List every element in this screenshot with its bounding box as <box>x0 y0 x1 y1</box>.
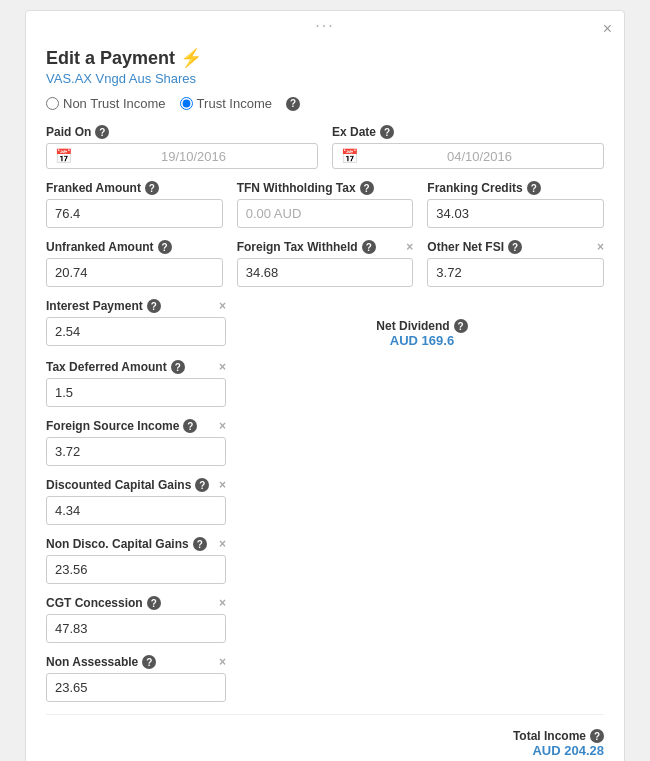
interest-payment-clear[interactable]: × <box>219 299 226 313</box>
tfn-withholding-help-icon[interactable]: ? <box>360 181 374 195</box>
discounted-capital-gains-label: Discounted Capital Gains <box>46 478 191 492</box>
close-button[interactable]: × <box>603 21 612 37</box>
tax-deferred-amount-help-icon[interactable]: ? <box>171 360 185 374</box>
other-net-fsi-field: Other Net FSI ? × <box>427 240 604 287</box>
ex-date-label-row: Ex Date ? <box>332 125 604 139</box>
cgt-concession-field: CGT Concession ? × <box>46 596 226 643</box>
ex-date-help-icon[interactable]: ? <box>380 125 394 139</box>
non-disco-capital-gains-help-icon[interactable]: ? <box>193 537 207 551</box>
net-dividend-label: Net Dividend <box>376 319 449 333</box>
non-disco-capital-gains-field: Non Disco. Capital Gains ? × <box>46 537 226 584</box>
tax-deferred-amount-clear[interactable]: × <box>219 360 226 374</box>
trust-income-label: Trust Income <box>197 96 272 111</box>
discounted-capital-gains-field: Discounted Capital Gains ? × <box>46 478 226 525</box>
cgt-concession-input[interactable] <box>46 614 226 643</box>
net-dividend-label-row: Net Dividend ? <box>240 319 604 333</box>
foreign-source-income-clear[interactable]: × <box>219 419 226 433</box>
foreign-tax-withheld-label: Foreign Tax Withheld <box>237 240 358 254</box>
foreign-source-income-label-row: Foreign Source Income ? × <box>46 419 226 433</box>
paid-on-label: Paid On <box>46 125 91 139</box>
row-1: Franked Amount ? TFN Withholding Tax ? F… <box>46 181 604 228</box>
net-dividend-value: AUD 169.6 <box>240 333 604 348</box>
ex-date-label: Ex Date <box>332 125 376 139</box>
ex-date-input[interactable] <box>364 149 595 164</box>
franking-credits-label: Franking Credits <box>427 181 522 195</box>
other-net-fsi-help-icon[interactable]: ? <box>508 240 522 254</box>
total-income-section: Total Income ? AUD 204.28 <box>46 714 604 758</box>
foreign-source-income-field: Foreign Source Income ? × <box>46 419 226 466</box>
row-2: Unfranked Amount ? Foreign Tax Withheld … <box>46 240 604 287</box>
net-dividend-display: Net Dividend ? AUD 169.6 <box>240 299 604 348</box>
foreign-source-income-help-icon[interactable]: ? <box>183 419 197 433</box>
franked-amount-field: Franked Amount ? <box>46 181 223 228</box>
total-income-value: AUD 204.28 <box>46 743 604 758</box>
other-net-fsi-clear[interactable]: × <box>597 240 604 254</box>
non-disco-capital-gains-label: Non Disco. Capital Gains <box>46 537 189 551</box>
unfranked-amount-label-row: Unfranked Amount ? <box>46 240 223 254</box>
tax-deferred-amount-field: Tax Deferred Amount ? × <box>46 360 226 407</box>
franking-credits-input[interactable] <box>427 199 604 228</box>
non-assessable-clear[interactable]: × <box>219 655 226 669</box>
non-assessable-label-row: Non Assessable ? × <box>46 655 226 669</box>
trust-income-option[interactable]: Trust Income <box>180 96 272 111</box>
foreign-tax-withheld-help-icon[interactable]: ? <box>362 240 376 254</box>
cgt-concession-label-row: CGT Concession ? × <box>46 596 226 610</box>
total-income-label: Total Income <box>513 729 586 743</box>
foreign-source-income-input[interactable] <box>46 437 226 466</box>
other-net-fsi-input[interactable] <box>427 258 604 287</box>
discounted-capital-gains-input[interactable] <box>46 496 226 525</box>
unfranked-amount-help-icon[interactable]: ? <box>158 240 172 254</box>
franked-amount-label-row: Franked Amount ? <box>46 181 223 195</box>
ex-date-date-wrapper[interactable]: 📅 <box>332 143 604 169</box>
tax-deferred-amount-label: Tax Deferred Amount <box>46 360 167 374</box>
discounted-capital-gains-help-icon[interactable]: ? <box>195 478 209 492</box>
interest-payment-help-icon[interactable]: ? <box>147 299 161 313</box>
paid-on-help-icon[interactable]: ? <box>95 125 109 139</box>
drag-handle[interactable]: ··· <box>26 11 624 37</box>
non-assessable-field: Non Assessable ? × <box>46 655 226 702</box>
non-trust-income-radio[interactable] <box>46 97 59 110</box>
tax-deferred-amount-label-row: Tax Deferred Amount ? × <box>46 360 226 374</box>
interest-payment-input[interactable] <box>46 317 226 346</box>
ex-date-calendar-icon[interactable]: 📅 <box>341 148 358 164</box>
paid-on-input[interactable] <box>78 149 309 164</box>
trust-income-radio[interactable] <box>180 97 193 110</box>
interest-payment-label: Interest Payment <box>46 299 143 313</box>
paid-on-field: Paid On ? 📅 <box>46 125 318 169</box>
foreign-tax-withheld-field: Foreign Tax Withheld ? × <box>237 240 414 287</box>
cgt-concession-clear[interactable]: × <box>219 596 226 610</box>
non-disco-capital-gains-clear[interactable]: × <box>219 537 226 551</box>
non-trust-income-label: Non Trust Income <box>63 96 166 111</box>
franked-amount-input[interactable] <box>46 199 223 228</box>
title-text: Edit a Payment <box>46 48 175 68</box>
net-dividend-help-icon[interactable]: ? <box>454 319 468 333</box>
non-assessable-input[interactable] <box>46 673 226 702</box>
lightning-icon: ⚡ <box>180 48 202 68</box>
franking-credits-help-icon[interactable]: ? <box>527 181 541 195</box>
ex-date-field: Ex Date ? 📅 <box>332 125 604 169</box>
tfn-withholding-input[interactable] <box>237 199 414 228</box>
paid-on-calendar-icon[interactable]: 📅 <box>55 148 72 164</box>
franking-credits-label-row: Franking Credits ? <box>427 181 604 195</box>
franked-amount-help-icon[interactable]: ? <box>145 181 159 195</box>
tax-deferred-amount-input[interactable] <box>46 378 226 407</box>
non-disco-capital-gains-input[interactable] <box>46 555 226 584</box>
date-row: Paid On ? 📅 Ex Date ? 📅 <box>46 125 604 169</box>
panel-title: Edit a Payment ⚡ <box>46 47 604 69</box>
income-type-help-icon[interactable]: ? <box>286 97 300 111</box>
tfn-withholding-label-row: TFN Withholding Tax ? <box>237 181 414 195</box>
non-trust-income-option[interactable]: Non Trust Income <box>46 96 166 111</box>
discounted-capital-gains-clear[interactable]: × <box>219 478 226 492</box>
unfranked-amount-input[interactable] <box>46 258 223 287</box>
non-assessable-help-icon[interactable]: ? <box>142 655 156 669</box>
paid-on-date-wrapper[interactable]: 📅 <box>46 143 318 169</box>
total-income-help-icon[interactable]: ? <box>590 729 604 743</box>
cgt-concession-help-icon[interactable]: ? <box>147 596 161 610</box>
other-net-fsi-label-row: Other Net FSI ? × <box>427 240 604 254</box>
foreign-tax-withheld-input[interactable] <box>237 258 414 287</box>
franked-amount-label: Franked Amount <box>46 181 141 195</box>
edit-payment-panel: ··· × Edit a Payment ⚡ VAS.AX Vngd Aus S… <box>25 10 625 761</box>
income-type-group: Non Trust Income Trust Income ? <box>46 96 604 111</box>
tfn-withholding-label: TFN Withholding Tax <box>237 181 356 195</box>
foreign-tax-withheld-clear[interactable]: × <box>406 240 413 254</box>
